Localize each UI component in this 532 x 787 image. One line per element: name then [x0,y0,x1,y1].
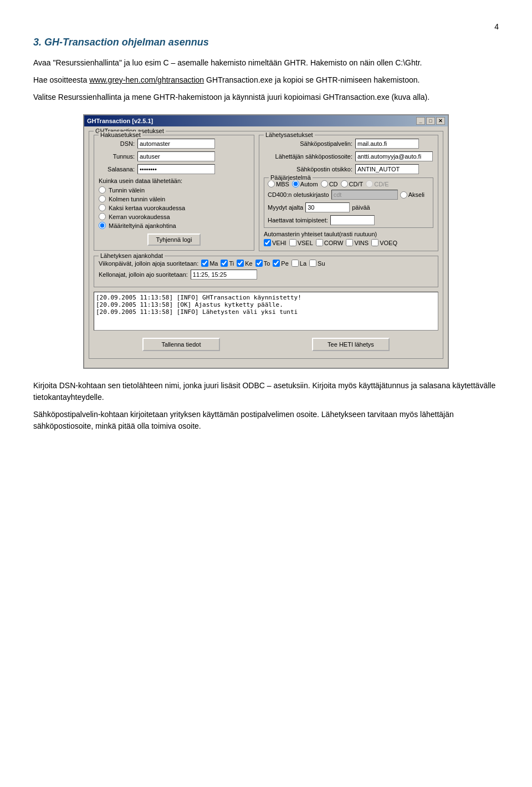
taulut-label: Automasterin yhteiset taulut(rasti ruutu… [264,231,433,237]
salasana-row: Salasana: [99,164,249,174]
radio-kolmen-input[interactable] [99,195,106,202]
vehi-checkbox[interactable] [264,239,271,246]
radio-cdt-input[interactable] [341,180,348,187]
lahettaja-label: Lähettäjän sähköpostiosoite: [264,153,352,160]
radio-autom: Autom [292,180,318,187]
radio-mbs-input[interactable] [268,180,275,187]
voeq-item: VOEQ [371,239,397,246]
grey-hen-link[interactable]: www.grey-hen.com/ghtransaction [89,75,204,84]
to-item: To [255,260,270,267]
radio-maariteltyina: Määriteltyinä ajankohtina [99,222,249,229]
palvelin-row: Sähköpostipalvelin: [264,139,433,149]
radio-maariteltyina-input[interactable] [99,222,106,229]
radio-autom-label: Autom [300,181,318,187]
radio-akseli-input[interactable] [400,191,407,199]
salasana-input[interactable] [137,164,215,174]
pe-item: Pe [273,260,288,267]
dialog-title: GHTransaction [v2.5.1] [87,118,153,124]
pe-label: Pe [281,260,288,267]
vins-label: VINS [354,240,369,246]
taulut-section: Automasterin yhteiset taulut(rasti ruutu… [264,231,433,246]
myydyt-input[interactable] [305,202,350,212]
otsikko-row: Sähköpostin otsikko: [264,164,433,174]
page-number: 4 [33,22,499,31]
radio-cde-label: CD/E [374,181,388,187]
lahettaja-row: Lähettäjän sähköpostiosoite: [264,151,433,161]
main-group-box: GHTransaction asetukset Hakuasetukset DS… [89,131,443,359]
dsn-label: DSN: [99,140,135,147]
log-line-2: [20.09.2005 11:13:58] [OK] Ajastus kytke… [96,301,436,308]
otsikko-input[interactable] [355,164,419,174]
myydyt-row: Myydyt ajalta päivää [268,202,429,212]
radio-cde-input[interactable] [366,180,373,187]
close-button[interactable]: ✕ [436,117,445,125]
bottom-buttons: Tallenna tiedot Tee HETI lähetys [94,335,438,354]
tunnus-label: Tunnus: [99,153,135,160]
log-area: [20.09.2005 11:13:58] [INFO] GHTransacti… [94,292,438,331]
radio-kolmen-label: Kolmen tunnin välein [109,196,165,202]
radio-group-frequency: Tunnin välein Kolmen tunnin välein Kaksi… [99,186,249,229]
viikonpaivat-row: Viikonpäivät, jolloin ajoja suoritetaan:… [99,260,433,267]
to-label: To [264,260,270,267]
radio-kaksi-label: Kaksi kertaa vuorokaudessa [109,205,185,211]
cd400-label: CD400:n oletuskirjasto [268,191,329,198]
la-label: La [300,260,306,267]
ghtransaction-dialog: GHTransaction [v2.5.1] _ □ ✕ GHTransacti… [83,114,449,369]
tyhjenna-wrapper: Tyhjennä logi [99,233,249,246]
radio-kerran-label: Kerran vuorokaudessa [109,214,170,220]
radio-mbs: MBS [268,180,289,187]
radio-kaksi-input[interactable] [99,204,106,211]
radio-kaksi: Kaksi kertaa vuorokaudessa [99,204,249,211]
log-line-3: [20.09.2005 11:13:58] [INFO] Lähetysten … [96,308,436,316]
lahety-group-box: Lähetysasetukset Sähköpostipalvelin: Läh… [259,135,438,251]
tyhjenna-button[interactable]: Tyhjennä logi [147,233,201,246]
ke-label: Ke [245,260,252,267]
palvelin-input[interactable] [355,139,419,149]
corw-checkbox[interactable] [316,239,323,246]
to-checkbox[interactable] [255,260,263,267]
footer-para-1: Kirjoita DSN-kohtaan sen tietolähteen ni… [33,380,499,403]
two-column-layout: Hakuasetukset DSN: Tunnus: Salasana: [94,135,438,256]
lahety-group-legend: Lähetysasetukset [264,131,315,138]
vsel-checkbox[interactable] [289,239,296,246]
tallenna-button[interactable]: Tallenna tiedot [142,338,220,351]
intro-para-3: Valitse Resurssienhallinta ja mene GHTR-… [33,92,499,103]
myydyt-label: Myydyt ajalta [268,204,303,211]
kellonajat-row: Kellonajat, jolloin ajo suoritetaan: [99,270,433,280]
ajankohdat-group-legend: Lähetyksen ajankohdat [99,252,165,259]
voeq-checkbox[interactable] [371,239,378,246]
la-checkbox[interactable] [291,260,299,267]
pe-checkbox[interactable] [273,260,280,267]
cd400-input[interactable] [331,190,398,200]
haettavat-row: Haettavat toimipisteet: [268,215,429,225]
radio-tunnin: Tunnin välein [99,186,249,194]
salasana-label: Salasana: [99,166,135,172]
ke-checkbox[interactable] [237,260,244,267]
ti-checkbox[interactable] [221,260,228,267]
radio-cd-input[interactable] [321,180,328,187]
lahettaja-input[interactable] [355,151,433,161]
vehi-item: VEHI [264,239,287,246]
palvelin-label: Sähköpostipalvelin: [264,140,352,147]
myydyt-unit: päivää [352,204,370,211]
radio-cd: CD [321,180,338,187]
ke-item: Ke [237,260,252,267]
vins-checkbox[interactable] [346,239,353,246]
ma-item: Ma [201,260,218,267]
su-checkbox[interactable] [309,260,316,267]
radio-tunnin-input[interactable] [99,186,106,194]
heti-button[interactable]: Tee HETI lähetys [312,338,390,351]
ma-checkbox[interactable] [201,260,208,267]
radio-kolmen: Kolmen tunnin välein [99,195,249,202]
tunnus-input[interactable] [137,151,215,161]
dsn-input[interactable] [137,139,215,149]
radio-kerran-input[interactable] [99,213,106,220]
minimize-button[interactable]: _ [416,117,425,125]
radio-autom-input[interactable] [292,180,299,187]
kellonajat-input[interactable] [191,270,257,280]
maximize-button[interactable]: □ [426,117,435,125]
haettavat-input[interactable] [330,215,375,225]
footer-section: Kirjoita DSN-kohtaan sen tietolähteen ni… [33,380,499,432]
vsel-item: VSEL [289,239,313,246]
right-column: Lähetysasetukset Sähköpostipalvelin: Läh… [259,135,438,256]
